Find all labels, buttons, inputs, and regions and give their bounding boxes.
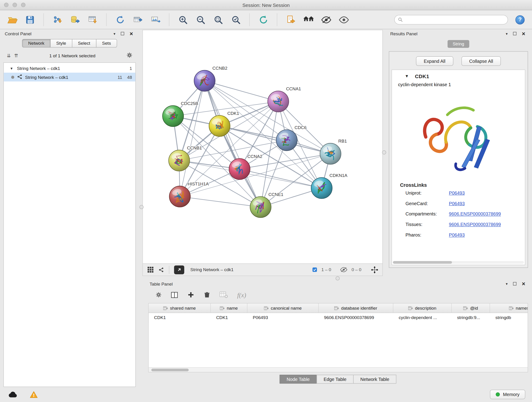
- network-options-gear-icon[interactable]: [127, 52, 132, 59]
- new-network-from-selection-button[interactable]: [113, 13, 128, 27]
- control-panel-float-icon[interactable]: [121, 32, 124, 35]
- cloud-button[interactable]: [7, 389, 18, 400]
- control-panel-close-icon[interactable]: ×: [130, 31, 133, 36]
- network-node-CDKN1A[interactable]: [311, 178, 332, 199]
- network-node-CCNB2[interactable]: [194, 70, 215, 91]
- network-canvas[interactable]: CCNB2CCNA1CDC25BCDK1CDC6RB1CCNB1CCNA2CDK…: [143, 30, 383, 263]
- table-panel-float-icon[interactable]: [513, 282, 516, 286]
- window-close-button[interactable]: [4, 3, 8, 7]
- refresh-view-button[interactable]: [256, 13, 271, 27]
- import-network-from-file-button[interactable]: [50, 13, 65, 27]
- network-node-CDK1[interactable]: [209, 115, 230, 137]
- pan-tool-icon[interactable]: [371, 266, 379, 274]
- control-tab-network[interactable]: Network: [22, 39, 51, 47]
- results-panel-menu-icon[interactable]: ▾: [506, 32, 507, 36]
- tab-edge-table[interactable]: Edge Table: [317, 375, 354, 384]
- birdseye-view-button[interactable]: [147, 266, 154, 273]
- results-panel-close-icon[interactable]: ×: [522, 31, 525, 36]
- function-builder-icon[interactable]: f(x): [237, 292, 246, 299]
- network-node-RB1[interactable]: [320, 143, 341, 164]
- string-app-button[interactable]: [158, 267, 164, 273]
- table-cell[interactable]: cyclin-dependent ...: [393, 315, 452, 320]
- table-panel-menu-icon[interactable]: ▾: [506, 281, 507, 286]
- show-columns-icon[interactable]: [171, 291, 178, 300]
- network-node-HIST1H1A[interactable]: [169, 186, 190, 207]
- memory-button[interactable]: Memory: [490, 390, 525, 399]
- expand-all-button[interactable]: Expand All: [416, 56, 453, 66]
- crosslink-value-link[interactable]: P06493: [449, 191, 465, 196]
- horizontal-scrollbar[interactable]: [152, 369, 189, 371]
- collection-collapse-icon[interactable]: ▼: [10, 66, 13, 70]
- window-zoom-button[interactable]: [21, 3, 25, 7]
- table-cell[interactable]: CDK1: [211, 315, 247, 320]
- column-header-namespace[interactable]: namespace: [490, 303, 528, 313]
- show-graphics-details-button[interactable]: [336, 13, 351, 27]
- crosslink-value-link[interactable]: 9606.ENSP00000378699: [449, 211, 501, 217]
- zoom-fit-content-button[interactable]: [211, 13, 226, 27]
- network-edge-CCNA2-CDKN1A[interactable]: [240, 169, 322, 188]
- open-in-string-button[interactable]: [174, 265, 184, 274]
- zoom-selected-region-button[interactable]: [228, 13, 243, 27]
- home-button[interactable]: [301, 13, 316, 27]
- column-header-name[interactable]: name: [211, 303, 247, 313]
- results-panel-float-icon[interactable]: [513, 32, 516, 35]
- left-splitter-handle[interactable]: [139, 205, 144, 209]
- tab-network-table[interactable]: Network Table: [353, 375, 397, 384]
- crosslink-value-link[interactable]: P06493: [449, 201, 465, 206]
- results-scrollbar[interactable]: [393, 261, 452, 264]
- table-cell[interactable]: CDK1: [149, 315, 211, 320]
- window-minimize-button[interactable]: [13, 3, 17, 7]
- column-header-description[interactable]: description: [393, 303, 452, 313]
- network-edge-CCNB2-CCNE1[interactable]: [205, 81, 260, 207]
- tab-string[interactable]: String: [447, 40, 469, 48]
- save-session-button[interactable]: [22, 13, 37, 27]
- document-export-button[interactable]: [283, 13, 298, 27]
- hide-graphics-details-button[interactable]: [319, 13, 334, 27]
- expand-all-networks-icon[interactable]: ⇈: [14, 53, 18, 58]
- import-network-from-database-button[interactable]: [68, 13, 82, 27]
- column-header-canonical-name[interactable]: canonical name: [247, 303, 319, 313]
- tab-node-table[interactable]: Node Table: [279, 375, 317, 384]
- crosslink-value-link[interactable]: 9606.ENSP00000378699: [449, 222, 501, 227]
- network-edge-HIST1H1A-CCNE1[interactable]: [180, 196, 260, 207]
- table-panel-close-icon[interactable]: ×: [522, 281, 525, 287]
- network-node-CCNA1[interactable]: [268, 91, 289, 112]
- network-node-CCNE1[interactable]: [250, 196, 271, 217]
- control-tab-sets[interactable]: Sets: [96, 39, 117, 47]
- control-panel-menu-icon[interactable]: ▾: [114, 32, 115, 36]
- help-button[interactable]: ?: [515, 15, 525, 24]
- table-cell[interactable]: P06493: [247, 315, 319, 320]
- control-tab-select[interactable]: Select: [72, 39, 96, 47]
- network-node-CCNB1[interactable]: [169, 150, 190, 171]
- protein-collapse-icon[interactable]: ▼: [405, 74, 409, 78]
- export-network-button[interactable]: [130, 13, 145, 27]
- network-node-CCNA2[interactable]: [229, 159, 250, 180]
- toolbar-search-input[interactable]: [405, 17, 504, 22]
- collapse-all-networks-icon[interactable]: ⇊: [7, 53, 11, 58]
- table-cell[interactable]: stringdb: [490, 315, 528, 320]
- table-cell[interactable]: stringdb:9...: [452, 315, 490, 320]
- column-header--id[interactable]: @id: [452, 303, 490, 313]
- collapse-all-button[interactable]: Collapse All: [462, 56, 501, 66]
- network-node-CDC25B[interactable]: [162, 106, 184, 127]
- open-session-button[interactable]: [5, 13, 20, 27]
- zoom-out-button[interactable]: [193, 13, 208, 27]
- network-collection-row[interactable]: ▼ String Network – cdk1 1: [4, 64, 135, 73]
- column-header-shared-name[interactable]: shared name: [149, 303, 211, 313]
- crosslink-value-link[interactable]: P06493: [449, 232, 465, 237]
- table-row[interactable]: CDK1CDK1P064939606.ENSP00000378699cyclin…: [149, 313, 528, 322]
- network-row[interactable]: String Network – cdk1 11 48: [4, 73, 135, 82]
- zoom-in-button[interactable]: [176, 13, 190, 27]
- network-node-CDC6[interactable]: [276, 130, 298, 151]
- right-splitter-handle[interactable]: [382, 150, 386, 154]
- bottom-splitter-handle[interactable]: [336, 276, 340, 281]
- control-tab-style[interactable]: Style: [50, 39, 72, 47]
- warnings-button[interactable]: [28, 389, 39, 400]
- table-settings-gear-icon[interactable]: [156, 292, 162, 299]
- import-table-from-file-button[interactable]: [85, 13, 100, 27]
- table-cell[interactable]: 9606.ENSP00000378699: [319, 315, 393, 320]
- delete-columns-icon[interactable]: [204, 291, 210, 299]
- column-header-database-identifier[interactable]: database identifier: [319, 303, 393, 313]
- create-column-icon[interactable]: [187, 291, 195, 300]
- export-image-button[interactable]: [148, 13, 163, 27]
